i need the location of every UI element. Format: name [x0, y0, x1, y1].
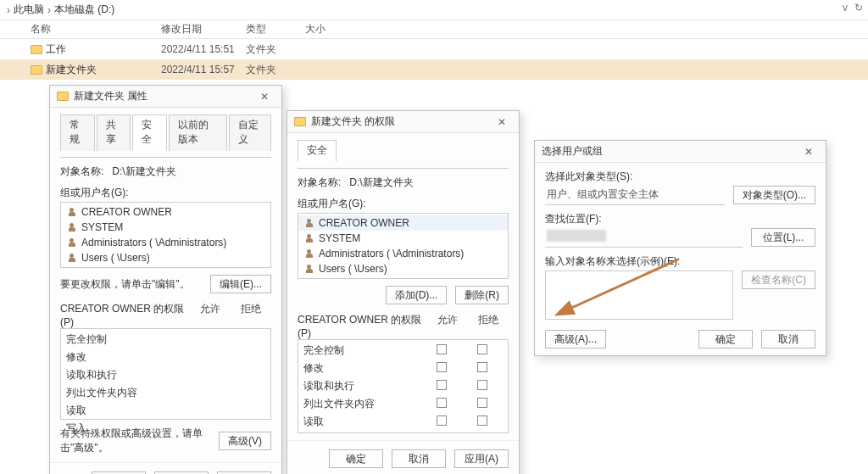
list-item-selected[interactable]: CREATOR OWNER: [298, 215, 508, 231]
object-label: 对象名称:: [60, 165, 103, 179]
breadcrumb[interactable]: › 此电脑 › 本地磁盘 (D:): [0, 0, 868, 20]
col-type[interactable]: 类型: [246, 22, 305, 36]
list-item[interactable]: Users ( \Users): [61, 250, 270, 265]
allow-checkbox[interactable]: [437, 398, 447, 408]
tab-custom[interactable]: 自定义: [229, 114, 271, 151]
file-type: 文件夹: [246, 42, 305, 57]
group-label: 组或用户名(G):: [298, 197, 509, 211]
apply-button[interactable]: 应用(A): [454, 449, 509, 468]
list-item[interactable]: SYSTEM: [298, 231, 508, 246]
allow-col: 允许: [190, 302, 231, 328]
close-icon[interactable]: ✕: [253, 91, 276, 103]
object-type-label: 选择此对象类型(S):: [545, 170, 815, 184]
deny-checkbox[interactable]: [477, 380, 487, 390]
file-name: 工作: [46, 42, 66, 57]
allow-checkbox[interactable]: [437, 380, 447, 390]
dialog-properties: 新建文件夹 属性 ✕ 常规 共享 安全 以前的版本 自定义 对象名称: D:\新…: [49, 85, 282, 474]
advanced-hint: 有关特殊权限或高级设置，请单击"高级"。: [60, 427, 219, 455]
allow-col: 允许: [427, 313, 468, 339]
perm-row: 读取: [298, 413, 508, 431]
file-row-selected[interactable]: 新建文件夹 2022/4/11 15:57 文件夹: [0, 59, 868, 80]
tabs: 常规 共享 安全 以前的版本 自定义: [60, 114, 271, 151]
close-icon[interactable]: ✕: [490, 116, 514, 128]
location-button[interactable]: 位置(L)...: [751, 228, 815, 247]
allow-checkbox[interactable]: [437, 362, 447, 372]
chevron-right-icon: ›: [47, 4, 51, 16]
deny-col: 拒绝: [468, 313, 509, 339]
perm-row: 读取和执行: [61, 366, 270, 384]
group-icon: [303, 219, 314, 228]
file-row[interactable]: 工作 2022/4/11 15:51 文件夹: [0, 39, 868, 59]
object-type-value: 用户、组或内置安全主体: [545, 186, 725, 205]
tab-security[interactable]: 安全: [132, 114, 167, 151]
object-label: 对象名称:: [298, 176, 341, 190]
dialog-title: 选择用户或组: [542, 144, 603, 159]
up-icon[interactable]: ↻: [854, 2, 863, 14]
tab-previous[interactable]: 以前的版本: [169, 114, 227, 151]
list-item[interactable]: CREATOR OWNER: [61, 204, 270, 220]
dialog-title: 新建文件夹 的权限: [311, 114, 395, 129]
location-label: 查找位置(F):: [545, 212, 815, 226]
file-date: 2022/4/11 15:51: [161, 43, 246, 55]
edit-hint: 要更改权限，请单击"编辑"。: [60, 277, 190, 292]
group-icon: [303, 249, 314, 259]
list-item[interactable]: Administrators ( \Administrators): [298, 246, 508, 261]
cancel-button[interactable]: 取消: [761, 330, 815, 349]
advanced-button[interactable]: 高级(V): [219, 432, 271, 450]
deny-checkbox[interactable]: [477, 415, 487, 426]
perm-row: 修改: [298, 360, 508, 377]
tab-security[interactable]: 安全: [298, 140, 337, 162]
folder-icon: [57, 92, 69, 101]
perm-header: CREATOR OWNER 的权限(P): [298, 313, 427, 339]
object-value: D:\新建文件夹: [349, 176, 413, 190]
object-type-button[interactable]: 对象类型(O)...: [733, 186, 815, 204]
advanced-button[interactable]: 高级(A)...: [545, 330, 606, 349]
remove-button[interactable]: 删除(R): [455, 286, 509, 304]
dialog-title: 新建文件夹 属性: [74, 89, 147, 103]
cancel-button[interactable]: 取消: [392, 449, 446, 468]
breadcrumb-pc[interactable]: 此电脑: [14, 3, 44, 17]
deny-checkbox[interactable]: [477, 344, 487, 354]
user-listbox[interactable]: CREATOR OWNER SYSTEM Administrators ( \A…: [60, 202, 271, 268]
list-item[interactable]: Users ( \Users): [298, 261, 508, 276]
col-size[interactable]: 大小: [305, 22, 356, 36]
close-icon[interactable]: ✕: [797, 146, 821, 158]
folder-icon: [31, 65, 42, 75]
tabs: 安全: [298, 140, 509, 162]
col-name[interactable]: 名称: [0, 22, 161, 36]
check-names-button[interactable]: 检查名称(C): [742, 270, 815, 289]
ok-button[interactable]: 确定: [329, 449, 383, 468]
object-value: D:\新建文件夹: [112, 165, 175, 179]
group-icon: [66, 223, 77, 232]
file-list: 名称 修改日期 类型 大小 工作 2022/4/11 15:51 文件夹 新建文…: [0, 20, 868, 80]
allow-checkbox[interactable]: [437, 415, 447, 426]
list-item[interactable]: Administrators ( \Administrators): [61, 235, 270, 250]
tab-general[interactable]: 常规: [60, 114, 95, 151]
perm-row: 修改: [61, 349, 270, 366]
tab-share[interactable]: 共享: [97, 114, 131, 151]
folder-icon: [294, 117, 306, 126]
dropdown-icon[interactable]: v: [843, 2, 848, 14]
file-date: 2022/4/11 15:57: [161, 64, 246, 75]
dialog-select-user: 选择用户或组 ✕ 选择此对象类型(S): 用户、组或内置安全主体 对象类型(O)…: [534, 140, 826, 356]
perm-row: 完全控制: [298, 342, 508, 360]
group-label: 组或用户名(G):: [60, 186, 271, 200]
group-icon: [303, 265, 314, 274]
breadcrumb-drive[interactable]: 本地磁盘 (D:): [54, 3, 114, 17]
perm-header: CREATOR OWNER 的权限(P): [60, 302, 190, 328]
dialog-permissions: 新建文件夹 的权限 ✕ 安全 对象名称: D:\新建文件夹 组或用户名(G): …: [287, 110, 520, 474]
object-name-input[interactable]: [545, 270, 733, 320]
chevron-right-icon: ›: [7, 4, 10, 16]
add-button[interactable]: 添加(D)...: [386, 286, 448, 304]
ok-button[interactable]: 确定: [698, 330, 753, 349]
location-value: [545, 228, 743, 248]
list-item[interactable]: SYSTEM: [61, 220, 270, 235]
folder-icon: [31, 45, 42, 54]
user-listbox[interactable]: CREATOR OWNER SYSTEM Administrators ( \A…: [298, 213, 509, 279]
perm-row: 完全控制: [61, 331, 270, 349]
deny-checkbox[interactable]: [477, 362, 487, 372]
edit-button[interactable]: 编辑(E)...: [210, 275, 271, 293]
deny-checkbox[interactable]: [477, 398, 487, 408]
allow-checkbox[interactable]: [437, 344, 447, 354]
col-date[interactable]: 修改日期: [161, 22, 246, 36]
